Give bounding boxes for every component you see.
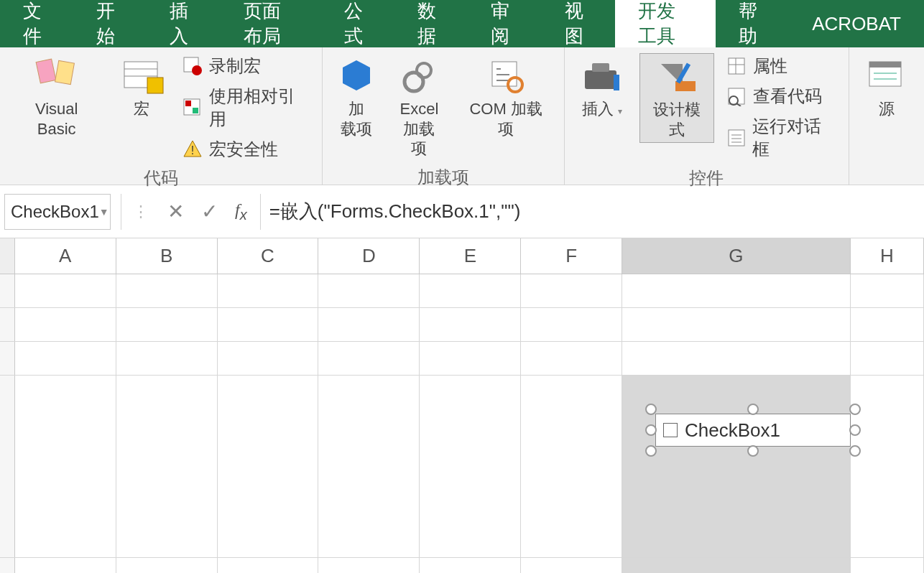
cell[interactable] [521, 308, 622, 341]
select-all-corner[interactable] [0, 238, 15, 274]
column-header[interactable]: E [420, 238, 521, 274]
record-macro-button[interactable]: 录制宏 [179, 53, 313, 79]
activex-checkbox-object[interactable]: CheckBox1 [647, 405, 859, 455]
cell[interactable] [521, 376, 622, 557]
column-header[interactable]: H [851, 238, 924, 274]
cell[interactable] [15, 342, 116, 375]
view-code-button[interactable]: 查看代码 [723, 83, 840, 109]
row-header[interactable] [0, 342, 15, 375]
cell[interactable] [218, 308, 319, 341]
tab-pagelayout[interactable]: 页面布局 [221, 0, 321, 47]
cell[interactable] [218, 274, 319, 307]
relative-ref-button[interactable]: 使用相对引用 [179, 83, 313, 132]
excel-addins-button[interactable]: Excel 加载项 [390, 53, 448, 162]
tab-insert[interactable]: 插入 [147, 0, 220, 47]
cell[interactable] [521, 274, 622, 307]
tab-formulas[interactable]: 公式 [321, 0, 394, 47]
resize-handle[interactable] [849, 424, 861, 436]
cell[interactable] [622, 342, 850, 375]
tab-home[interactable]: 开始 [73, 0, 147, 47]
column-header[interactable]: C [218, 238, 319, 274]
resize-handle[interactable] [747, 445, 759, 457]
cell[interactable] [521, 558, 622, 573]
cell[interactable] [218, 558, 319, 573]
column-header[interactable]: G [622, 238, 850, 274]
cancel-formula-button[interactable]: ✕ [167, 200, 184, 223]
column-header[interactable]: F [521, 238, 622, 274]
source-button[interactable]: 源 [858, 53, 915, 122]
column-header[interactable]: D [318, 238, 420, 274]
design-mode-button[interactable]: 设计模式 [639, 53, 714, 143]
properties-button[interactable]: 属性 [723, 53, 840, 79]
cell[interactable] [15, 376, 116, 557]
cell[interactable] [420, 308, 521, 341]
visual-basic-button[interactable]: Visual Basic [9, 53, 104, 141]
cell[interactable] [318, 342, 420, 375]
cell[interactable] [622, 558, 850, 573]
cell[interactable] [15, 558, 116, 573]
tab-acrobat[interactable]: ACROBAT [789, 0, 924, 47]
tab-view[interactable]: 视图 [542, 0, 615, 47]
cell[interactable] [116, 274, 218, 307]
insert-control-button[interactable]: 插入 ▾ [573, 53, 631, 122]
table-row [0, 376, 924, 558]
cell[interactable] [218, 342, 319, 375]
tab-developer[interactable]: 开发工具 [615, 0, 716, 47]
cell[interactable] [521, 342, 622, 375]
row-header[interactable] [0, 308, 15, 341]
column-header[interactable]: B [116, 238, 218, 274]
cell[interactable] [420, 558, 521, 573]
resize-handle[interactable] [645, 404, 657, 415]
svg-point-7 [192, 65, 202, 75]
cell[interactable] [851, 274, 924, 307]
cell[interactable] [218, 376, 319, 557]
addins-button[interactable]: 加 载项 [331, 53, 382, 141]
row-header[interactable] [0, 376, 15, 557]
cell[interactable] [116, 342, 218, 375]
cell[interactable] [851, 376, 924, 557]
view-code-icon [726, 85, 747, 107]
cell[interactable] [15, 308, 116, 341]
resize-handle[interactable] [849, 445, 861, 457]
cell[interactable] [622, 274, 850, 307]
run-dialog-button[interactable]: 运行对话框 [723, 113, 840, 162]
tab-review[interactable]: 审阅 [468, 0, 541, 47]
excel-addins-label: Excel 加载项 [396, 99, 443, 159]
design-mode-icon [654, 57, 700, 96]
cell[interactable] [622, 376, 850, 557]
cell[interactable] [318, 558, 420, 573]
cell[interactable] [318, 376, 420, 557]
com-addins-button[interactable]: COM 加载项 [457, 53, 555, 141]
cell[interactable] [318, 308, 420, 341]
cell[interactable] [622, 308, 850, 341]
cell[interactable] [420, 376, 521, 557]
accept-formula-button[interactable]: ✓ [201, 200, 218, 223]
chevron-down-icon[interactable]: ▼ [99, 206, 109, 218]
cell[interactable] [851, 342, 924, 375]
fx-icon[interactable]: fx [235, 200, 247, 223]
cell[interactable] [851, 308, 924, 341]
cell[interactable] [116, 558, 218, 573]
cell[interactable] [318, 274, 420, 307]
cell[interactable] [420, 342, 521, 375]
macro-security-button[interactable]: ! 宏安全性 [179, 136, 313, 162]
cell[interactable] [15, 274, 116, 307]
macros-button[interactable]: 宏 [113, 53, 170, 122]
row-header[interactable] [0, 558, 15, 573]
column-header[interactable]: A [15, 238, 116, 274]
tab-file[interactable]: 文件 [0, 0, 73, 47]
name-box[interactable]: CheckBox1 ▼ [4, 194, 111, 230]
row-header[interactable] [0, 274, 15, 307]
cell[interactable] [420, 274, 521, 307]
resize-handle[interactable] [645, 445, 657, 457]
svg-rect-30 [729, 130, 744, 146]
resize-handle[interactable] [645, 424, 657, 436]
cell[interactable] [116, 376, 218, 557]
tab-help[interactable]: 帮助 [716, 0, 789, 47]
tab-data[interactable]: 数据 [394, 0, 468, 47]
formula-input[interactable]: =嵌入("Forms.CheckBox.1","") [260, 194, 924, 230]
cell[interactable] [851, 558, 924, 573]
cell[interactable] [116, 308, 218, 341]
resize-handle[interactable] [849, 404, 861, 415]
resize-handle[interactable] [747, 404, 759, 415]
